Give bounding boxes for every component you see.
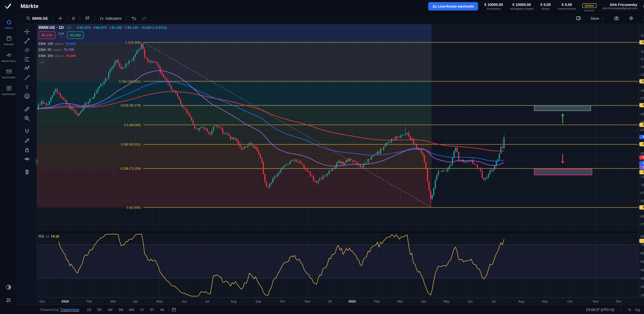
rsi-legend[interactable]: RSI 14 74.10 bbox=[38, 235, 59, 238]
eye-tool[interactable] bbox=[18, 154, 37, 164]
sidebar-item-label: Märkte bbox=[5, 26, 13, 30]
text-tool[interactable] bbox=[18, 82, 37, 92]
buy-button[interactable]: 85.260 bbox=[67, 32, 84, 39]
sidebar-item-news[interactable]: Nachrichten bbox=[0, 82, 18, 98]
range-1d[interactable]: 1D bbox=[85, 307, 93, 312]
rsi-pane[interactable] bbox=[37, 233, 638, 298]
price-label-85.130: 85.130 bbox=[639, 135, 644, 139]
powered-by-label: Powered by bbox=[40, 308, 59, 312]
lock-tool[interactable] bbox=[18, 145, 37, 154]
brush-tool[interactable] bbox=[18, 73, 37, 82]
indicators-button[interactable]: ƒx Indicators bbox=[97, 14, 124, 23]
range-6m[interactable]: 6M bbox=[128, 307, 136, 312]
rsi-tick: 10.00 bbox=[641, 293, 644, 297]
time-axis[interactable]: Dec2024FebMarAprMayJunJulAugSepOctNov282… bbox=[37, 298, 644, 304]
pencil-tool[interactable] bbox=[18, 136, 37, 145]
price-label-115.300: 115.300 bbox=[639, 40, 644, 44]
pattern-tool[interactable] bbox=[18, 64, 37, 73]
toolbar-divider bbox=[95, 15, 95, 21]
app-sidebar: MärkteKalenderMarket BuzzNachrichtenNach… bbox=[0, 12, 18, 314]
indicator-legend: EMA100close 076.852EMA50close 076.706EMA… bbox=[38, 41, 166, 59]
range-all[interactable]: All bbox=[158, 307, 166, 312]
rsi-tick: 40.00 bbox=[641, 268, 644, 272]
tradingview-link[interactable]: TradingView bbox=[60, 308, 79, 312]
save-button[interactable]: Save bbox=[588, 14, 607, 23]
sidebar-item-mail[interactable]: Nachrichten bbox=[0, 66, 18, 82]
time-axis-label: Oct bbox=[567, 300, 572, 303]
indicator-name: EMA bbox=[38, 54, 46, 58]
price-tick: 57.500 bbox=[641, 222, 644, 226]
price-label-89.095: 89.095 bbox=[639, 122, 644, 127]
range-3m[interactable]: 3M bbox=[117, 307, 125, 312]
ruler-tool[interactable] bbox=[18, 104, 37, 114]
time-axis-label: May bbox=[444, 300, 450, 303]
symbol-title[interactable]: BMW.GE · 1D bbox=[38, 25, 64, 30]
fullscreen-button[interactable] bbox=[641, 14, 644, 23]
symbol-search-button[interactable]: BMW.GE bbox=[24, 14, 50, 23]
zoom-tool[interactable] bbox=[18, 114, 37, 123]
price-label-95.279: 95.279 bbox=[639, 103, 644, 107]
indicator-length: 100 bbox=[48, 42, 53, 46]
scale-mode-percent[interactable]: % bbox=[628, 308, 631, 312]
sidebar-item-buzz[interactable]: Market Buzz bbox=[0, 49, 18, 66]
clock[interactable]: 23:18:27 (UTC+2) bbox=[586, 308, 614, 312]
sell-button[interactable]: 85.130 bbox=[38, 32, 55, 39]
time-axis-label: Jun bbox=[468, 300, 473, 303]
calendar-icon bbox=[6, 36, 12, 42]
fib-tool[interactable] bbox=[18, 54, 37, 64]
screenshot-button[interactable] bbox=[611, 14, 622, 23]
legend-more-button[interactable] bbox=[66, 25, 72, 30]
avatar[interactable] bbox=[644, 2, 644, 10]
quote-widget: 85.130 0.13 1 85.260 bbox=[38, 32, 166, 39]
crosshair-tool[interactable] bbox=[18, 27, 37, 36]
undo-button[interactable] bbox=[129, 14, 139, 23]
time-axis-label: Sep bbox=[542, 300, 548, 303]
trash-tool[interactable] bbox=[18, 167, 37, 176]
scale-mode-switcher: %logauto bbox=[628, 308, 644, 312]
add-symbol-button[interactable] bbox=[55, 14, 65, 23]
open-label: O bbox=[77, 25, 80, 30]
sidebar-item-home[interactable]: Märkte bbox=[0, 16, 18, 32]
indicator-params: close 0 bbox=[55, 42, 64, 45]
chart-style-button[interactable] bbox=[82, 14, 92, 23]
sidebar-item-calendar[interactable]: Kalender bbox=[0, 32, 18, 49]
indicator-legend-row[interactable]: EMA100close 076.852 bbox=[38, 41, 166, 47]
settings-button[interactable] bbox=[626, 14, 636, 23]
legend-collapse-button[interactable] bbox=[38, 60, 45, 64]
range-5d[interactable]: 5D bbox=[96, 307, 104, 312]
emoji-tool[interactable] bbox=[18, 91, 37, 100]
home-icon bbox=[6, 19, 12, 25]
app-logo-icon[interactable] bbox=[4, 2, 12, 10]
interval-label: D bbox=[72, 16, 75, 20]
expand-icon bbox=[643, 16, 644, 21]
symbol-name: BMW.GE bbox=[32, 16, 48, 20]
rsi-tick: 30.00 bbox=[641, 276, 644, 280]
go-to-date-icon[interactable] bbox=[171, 307, 176, 312]
range-1y[interactable]: 1Y bbox=[138, 307, 146, 312]
interval-button[interactable]: D bbox=[70, 14, 78, 23]
drawing-toolbar-collapse-handle[interactable] bbox=[35, 158, 38, 165]
channel-tool[interactable] bbox=[18, 45, 37, 54]
panel-toggle-button[interactable] bbox=[573, 14, 584, 23]
time-axis-label: Aug bbox=[518, 300, 524, 303]
range-1m[interactable]: 1M bbox=[106, 307, 114, 312]
scale-mode-log[interactable]: log bbox=[635, 308, 640, 312]
page-title: Märkte bbox=[20, 3, 38, 9]
indicator-legend-row[interactable]: EMA50close 076.706 bbox=[38, 47, 166, 53]
theme-toggle-icon[interactable] bbox=[6, 284, 12, 290]
price-scale[interactable]: 117.500115.000112.500110.000107.500105.0… bbox=[638, 24, 644, 298]
preferences-icon[interactable] bbox=[6, 297, 12, 303]
user-name: Dirk Friczewsky bbox=[603, 2, 637, 7]
indicator-legend-row[interactable]: EMA200close 078.608 bbox=[38, 53, 166, 59]
magnet-tool[interactable] bbox=[18, 126, 37, 136]
sidebar-item-label: Nachrichten bbox=[2, 92, 16, 96]
trend-tool[interactable] bbox=[18, 36, 37, 45]
user-block[interactable]: Dirk Friczewsky dirk.friczewsky@gmail.co… bbox=[603, 2, 637, 10]
sidebar-item-label: Nachrichten bbox=[2, 76, 16, 79]
indicator-length: 200 bbox=[48, 54, 53, 58]
time-axis-label: May bbox=[156, 300, 163, 303]
pane-separator[interactable] bbox=[37, 232, 644, 233]
range-5y[interactable]: 5Y bbox=[148, 307, 156, 312]
redo-button[interactable] bbox=[139, 14, 150, 23]
switch-to-live-button[interactable]: Zu Live-Konto wechseln bbox=[428, 2, 478, 10]
